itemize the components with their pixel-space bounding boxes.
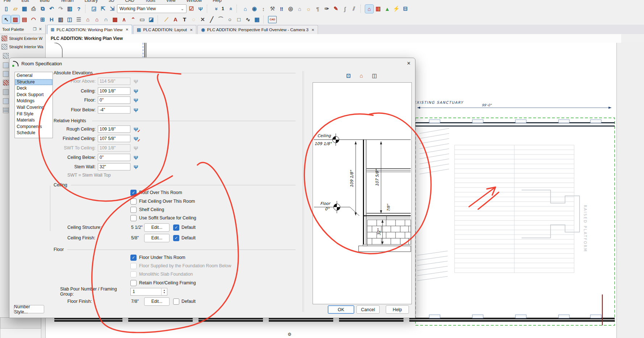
- cad-block-icon[interactable]: CAD: [268, 16, 277, 23]
- close-tab-icon[interactable]: ✕: [190, 28, 193, 32]
- cad-point-icon[interactable]: ✕: [198, 15, 207, 24]
- menu-edit[interactable]: Edit: [21, 0, 29, 3]
- help-button[interactable]: Help: [386, 305, 409, 314]
- ceiling-field[interactable]: 109 1/8": [98, 87, 130, 95]
- menu-cad[interactable]: CAD: [125, 0, 134, 3]
- close-tab-icon[interactable]: ✕: [125, 28, 128, 32]
- edit-button[interactable]: Edit...: [144, 234, 170, 242]
- tab-perspective-overview[interactable]: ◉ PLC ADDITION: Perspective Full Overvie…: [197, 25, 318, 34]
- arch-window-icon[interactable]: ∩: [102, 15, 110, 24]
- select-arrow-icon[interactable]: ↖: [2, 15, 11, 24]
- wrench-checked-icon[interactable]: Ψ: [133, 126, 139, 132]
- close-tab-icon[interactable]: ✕: [311, 28, 314, 32]
- window-tool-icon[interactable]: ⊞: [38, 15, 47, 24]
- straight-wall-icon[interactable]: ▨: [11, 15, 20, 24]
- checkbox-icon[interactable]: [130, 198, 137, 205]
- float-panel-icon[interactable]: ❐: [32, 27, 38, 32]
- menu-help[interactable]: Help: [213, 0, 222, 3]
- door-schedule-icon[interactable]: ▥: [66, 5, 74, 13]
- nav-item-materials[interactable]: Materials: [15, 117, 53, 124]
- marker-pen-icon[interactable]: ✎: [332, 5, 340, 13]
- slab-tool-icon[interactable]: ▭: [138, 15, 146, 24]
- menu-file[interactable]: File: [4, 0, 11, 3]
- picture-import-icon[interactable]: ▲: [383, 5, 392, 13]
- display-options-house-icon[interactable]: ⌂: [365, 5, 373, 13]
- roof-tool-icon[interactable]: ⌃: [129, 15, 137, 24]
- print-icon[interactable]: ⎙: [29, 5, 38, 13]
- shelf-ceiling-checkbox[interactable]: Shelf Ceiling: [130, 206, 164, 213]
- save-plan-view-icon[interactable]: ⇱: [99, 5, 107, 13]
- orbit-camera-icon[interactable]: ◎: [287, 5, 295, 13]
- checkbox-icon[interactable]: [173, 298, 179, 305]
- slab-pour-stepper[interactable]: 1 ▲▼: [130, 288, 167, 296]
- preview-section-icon[interactable]: ◫: [372, 73, 377, 79]
- menu-3d[interactable]: 3D: [109, 0, 114, 3]
- cancel-button[interactable]: Cancel: [356, 305, 380, 314]
- tab-layout[interactable]: ▤ PLC ADDITION: Layout ✕: [133, 25, 197, 34]
- palette-item-straight-exterior-wall[interactable]: Straight Exterior W: [0, 34, 45, 42]
- view-selector-dropdown[interactable]: Working Plan View ⌄: [117, 4, 187, 13]
- menu-tools[interactable]: Tools: [145, 0, 155, 3]
- splitter-handle[interactable]: [303, 71, 305, 312]
- edit-button[interactable]: Edit...: [144, 297, 170, 306]
- eyedropper-icon[interactable]: ✑: [323, 5, 331, 13]
- checkbox-icon[interactable]: [130, 215, 137, 221]
- wrench-icon[interactable]: Ψ: [133, 154, 139, 161]
- palette-item-icon[interactable]: [3, 89, 9, 95]
- flat-ceiling-checkbox[interactable]: Flat Ceiling Over This Room: [130, 198, 195, 205]
- open-plan-icon[interactable]: ▱: [11, 5, 20, 13]
- dollhouse-view-icon[interactable]: ⌂: [296, 5, 304, 13]
- palette-item-icon[interactable]: [3, 53, 9, 59]
- cad-detail-icon[interactable]: ▦: [253, 15, 261, 24]
- walkthrough-footprints-icon[interactable]: ‼: [277, 5, 286, 13]
- stem-wall-field[interactable]: 32": [98, 163, 130, 170]
- mouse-orbit-icon[interactable]: ↕: [259, 5, 268, 13]
- wrench-checked-icon[interactable]: Ψ: [133, 135, 139, 142]
- floor-under-this-room-checkbox[interactable]: Floor Under This Room: [130, 254, 185, 261]
- checkbox-checked-icon[interactable]: [130, 255, 137, 261]
- menu-view[interactable]: View: [166, 0, 176, 3]
- menu-library[interactable]: Library: [84, 0, 98, 3]
- room-house-icon[interactable]: ⌂: [84, 15, 92, 24]
- print-preview-icon[interactable]: ⧉: [38, 5, 47, 13]
- redo-icon[interactable]: ↷: [57, 5, 65, 13]
- edit-button[interactable]: Edit...: [144, 223, 170, 232]
- floor-up-icon[interactable]: »: [226, 5, 234, 13]
- adjust-lights-icon[interactable]: ☼: [305, 5, 313, 13]
- menu-build[interactable]: Build: [40, 0, 50, 3]
- tab-working-plan-view[interactable]: ⊞ PLC ADDITION: Working Plan View ✕: [47, 25, 132, 34]
- preview-house-icon[interactable]: ⌂: [360, 73, 363, 79]
- checkbox-checked-icon[interactable]: [173, 224, 179, 231]
- fill-window-icon[interactable]: ⊡: [346, 73, 351, 79]
- number-style-button[interactable]: Number Style...: [14, 305, 44, 313]
- wrench-icon[interactable]: Ψ: [133, 88, 139, 94]
- dimension-ruler-icon[interactable]: ⟋: [162, 15, 171, 24]
- floor-field[interactable]: 0": [98, 96, 130, 104]
- stairs-tool-icon[interactable]: ☰: [75, 15, 83, 24]
- camera-icon[interactable]: ◉: [250, 5, 259, 13]
- cad-arc-icon[interactable]: ⌒: [217, 15, 225, 24]
- close-dialog-icon[interactable]: ✕: [407, 61, 411, 66]
- use-soffit-surface-checkbox[interactable]: Use Soffit Surface for Ceiling: [130, 215, 196, 221]
- checkbox-checked-icon[interactable]: [173, 235, 179, 241]
- door-tool-icon[interactable]: Η: [47, 15, 56, 24]
- roof-plane-icon[interactable]: ∧: [120, 15, 128, 24]
- ceiling-below-field[interactable]: 0": [98, 154, 130, 161]
- window-pane-icon[interactable]: ◫: [66, 15, 74, 24]
- checkbox-checked-icon[interactable]: [130, 190, 137, 196]
- text-tool-icon[interactable]: T: [180, 15, 189, 24]
- new-plan-icon[interactable]: ▯: [2, 5, 11, 13]
- help-icon[interactable]: ?: [75, 5, 83, 13]
- palette-item-icon[interactable]: [3, 107, 9, 113]
- roof-over-this-room-checkbox[interactable]: Roof Over This Room: [130, 189, 182, 196]
- box-3d-icon[interactable]: ◪: [147, 15, 155, 24]
- polyline-lasso-icon[interactable]: ◌: [189, 15, 198, 24]
- rough-ceiling-field[interactable]: 109 1/8": [98, 125, 130, 133]
- save-layout-view-icon[interactable]: ⇲: [108, 5, 116, 13]
- cad-circle-icon[interactable]: ○: [226, 15, 234, 24]
- select-objects-icon[interactable]: ☑: [187, 5, 196, 13]
- cabinet-panel-icon[interactable]: ▥: [374, 5, 382, 13]
- palette-item-icon[interactable]: [3, 62, 9, 68]
- cabinet-tool-icon[interactable]: ▥: [57, 15, 65, 24]
- floor-below-field[interactable]: -4": [98, 106, 130, 114]
